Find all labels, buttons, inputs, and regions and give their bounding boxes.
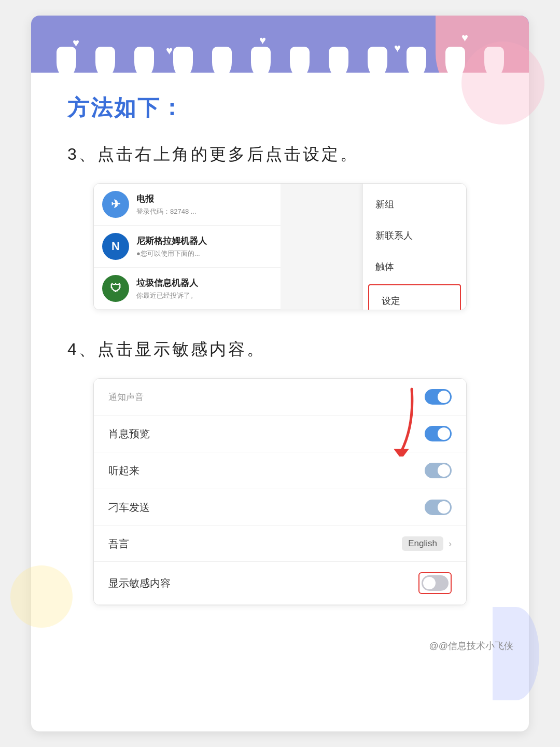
screenshot-step3: ✈ 电报 登录代码：82748 ... N 尼斯格拉姆机器人 ●您可以使用下面的… — [93, 183, 467, 310]
settings-label-migan: 显示敏感内容 — [108, 576, 171, 590]
chat-sub-3: 你最近已经投诉了。 — [136, 291, 272, 300]
step4-label: 4、点击显示敏感内容。 — [67, 336, 493, 363]
spiral-8 — [329, 47, 348, 73]
avatar-1: ✈ — [102, 191, 129, 218]
chat-info-1: 电报 登录代码：82748 ... — [136, 193, 272, 216]
spiral-9 — [368, 47, 387, 73]
spiral-4 — [173, 47, 193, 73]
spiral-3 — [134, 47, 154, 73]
chat-info-2: 尼斯格拉姆机器人 ●您可以使用下面的... — [136, 235, 272, 258]
notebook: ♥ ♥ ♥ ♥ ♥ 方法如下： 3、点击右上角的更多后点击设定。 — [31, 16, 529, 731]
toggle-migan[interactable] — [422, 575, 449, 591]
spiral-11 — [445, 47, 465, 73]
settings-label-diasong: 刁车发送 — [108, 501, 150, 515]
avatar-2: N — [102, 233, 129, 260]
spiral-6 — [251, 47, 271, 73]
settings-label-language: 吾言 — [108, 537, 129, 551]
notebook-content: 方法如下： 3、点击右上角的更多后点击设定。 ✈ 电报 登录代码：82748 .… — [31, 73, 529, 662]
chevron-right-icon: › — [449, 538, 452, 549]
spiral-7 — [290, 47, 310, 73]
toggle-tingqilai[interactable]: .toggle-half::after{left:auto;right:3px;… — [425, 463, 452, 478]
chat-sub-1: 登录代码：82748 ... — [136, 207, 272, 216]
settings-label-tongzhi: 通知声音 — [108, 391, 144, 403]
red-arrow-container — [383, 384, 419, 459]
lang-row: English › — [402, 536, 452, 551]
menu-item-xin-zu[interactable]: 新组 — [363, 189, 466, 220]
toggle-xiaoxi[interactable] — [425, 426, 452, 441]
chat-sub-2: ●您可以使用下面的... — [136, 249, 272, 258]
avatar-3: 🛡 — [102, 275, 129, 302]
step3-label: 3、点击右上角的更多后点击设定。 — [67, 141, 493, 168]
spiral-10 — [407, 47, 426, 73]
settings-item-migan: 显示敏感内容 — [94, 562, 466, 605]
settings-item-diasong: 刁车发送 — [94, 489, 466, 526]
settings-label-xiaoxi: 肖息预览 — [108, 427, 150, 441]
spiral-2 — [95, 47, 115, 73]
settings-item-language: 吾言 English › — [94, 526, 466, 562]
notebook-top: ♥ ♥ ♥ ♥ ♥ — [31, 16, 529, 73]
svg-marker-0 — [394, 449, 409, 457]
chat-item-2: N 尼斯格拉姆机器人 ●您可以使用下面的... — [94, 226, 281, 268]
red-arrow-svg — [383, 384, 419, 457]
spiral-5 — [212, 47, 232, 73]
menu-item-xin-lian[interactable]: 新联系人 — [363, 220, 466, 251]
menu-item-she-ding[interactable]: 设定 ▲ — [368, 284, 461, 310]
context-menu: 新组 新联系人 触体 设定 ▲ — [362, 184, 466, 310]
chat-name-3: 垃圾信息机器人 — [136, 277, 272, 289]
chat-list: ✈ 电报 登录代码：82748 ... N 尼斯格拉姆机器人 ●您可以使用下面的… — [94, 184, 281, 310]
toggle-tongzhi[interactable] — [425, 389, 452, 405]
toggle-diasong[interactable] — [425, 500, 452, 515]
spiral-1 — [57, 47, 76, 73]
spiral-row — [31, 16, 529, 73]
settings-label-tingqilai: 听起来 — [108, 464, 139, 478]
menu-item-chu-ti[interactable]: 触体 — [363, 251, 466, 282]
chat-item-3: 🛡 垃圾信息机器人 你最近已经投诉了。 — [94, 268, 281, 310]
page-title: 方法如下： — [67, 93, 493, 122]
toggle-migan-wrapper — [418, 572, 452, 594]
chat-item-1: ✈ 电报 登录代码：82748 ... — [94, 184, 281, 226]
chat-name-1: 电报 — [136, 193, 272, 205]
lang-badge: English — [402, 536, 443, 551]
watermark: @@信息技术小飞侠 — [429, 640, 513, 652]
chat-info-3: 垃圾信息机器人 你最近已经投诉了。 — [136, 277, 272, 300]
chat-name-2: 尼斯格拉姆机器人 — [136, 235, 272, 247]
settings-box: 通知声音 肖息预览 听起来 .toggle-half::after{left:a… — [93, 378, 467, 605]
